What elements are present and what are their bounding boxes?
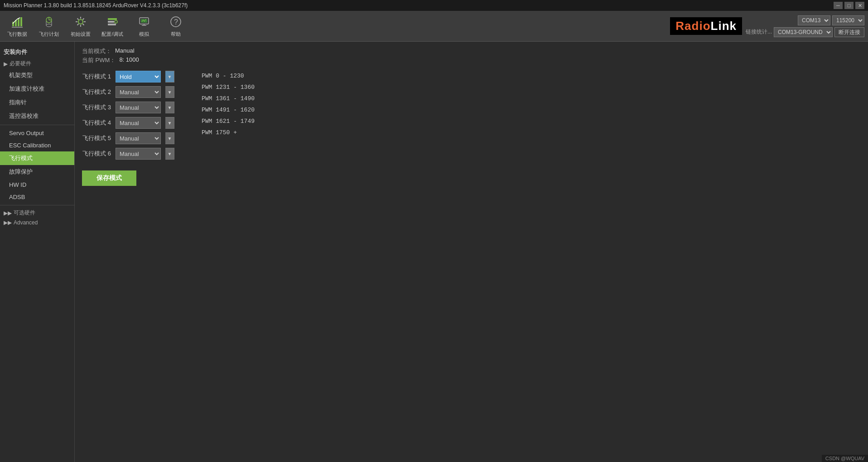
toolbar-btn-sim-label: 模拟 xyxy=(139,31,149,38)
svg-point-6 xyxy=(46,24,52,27)
flight-mode-arrow-3[interactable]: ▼ xyxy=(165,102,174,113)
toolbar-btn-sim[interactable]: 模拟 xyxy=(129,12,159,40)
title-bar: Mission Planner 1.3.80 build 1.3.8518.18… xyxy=(0,0,868,11)
toolbar-btn-flight-data[interactable]: 飞行数据 xyxy=(2,12,33,40)
sidebar-item-hw-id-label: HW ID xyxy=(9,181,26,188)
radiolink-logo-text: RadioLink xyxy=(675,19,737,33)
flight-modes-container: 飞行模式 1 Hold Manual ▼ 飞行模式 2 Manual Hold … xyxy=(82,71,861,186)
sidebar-item-frame-type-label: 机架类型 xyxy=(9,72,33,78)
svg-text:?: ? xyxy=(174,18,178,26)
com-row-top: COM13 115200 xyxy=(798,15,864,25)
flight-mode-select-4[interactable]: Manual Hold xyxy=(116,117,161,129)
sidebar-item-servo-output[interactable]: Servo Output xyxy=(0,127,74,139)
status-bar-text: CSDN @WQUAV xyxy=(825,456,864,461)
map-icon xyxy=(42,15,56,29)
toolbar-btn-initial-setup-label: 初始设置 xyxy=(71,31,91,38)
link-stats: 链接统计... xyxy=(746,28,772,36)
sidebar-group-advanced[interactable]: ▶▶ Advanced xyxy=(0,218,74,227)
close-button[interactable]: ✕ xyxy=(855,2,864,9)
flight-mode-select-2[interactable]: Manual Hold xyxy=(116,86,161,98)
svg-point-13 xyxy=(115,20,117,23)
svg-rect-3 xyxy=(20,17,22,26)
pwm-range-2: PWM 1231 - 1360 xyxy=(202,84,255,91)
radiolink-logo: RadioLink xyxy=(670,17,742,35)
status-bar: CSDN @WQUAV xyxy=(822,455,868,462)
com-port-select[interactable]: COM13 xyxy=(798,15,830,25)
flight-mode-select-3[interactable]: Manual Hold xyxy=(116,102,161,113)
com-port-ground-select[interactable]: COM13-GROUND RC xyxy=(774,27,833,37)
flight-mode-arrow-4[interactable]: ▼ xyxy=(165,117,174,129)
gear-icon xyxy=(73,15,88,29)
baud-rate-select[interactable]: 115200 xyxy=(832,15,864,25)
current-mode-label: 当前模式： xyxy=(82,47,111,55)
flight-mode-row-3: 飞行模式 3 Manual Hold ▼ xyxy=(82,102,174,113)
mode-info-row-1: 当前模式： Manual xyxy=(82,47,861,55)
chevron-right-icon-3: ▶▶ xyxy=(4,219,12,226)
flight-mode-select-6[interactable]: Manual Hold xyxy=(116,148,161,160)
title-text: Mission Planner 1.3.80 build 1.3.8518.18… xyxy=(4,2,864,9)
mode-info: 当前模式： Manual 当前 PWM： 8: 1000 xyxy=(82,47,861,64)
sidebar-item-accel-cal-label: 加速度计校准 xyxy=(9,85,44,92)
sidebar-group-advanced-label: Advanced xyxy=(14,219,38,226)
flight-mode-label-2: 飞行模式 2 xyxy=(82,88,111,96)
link-stats-text: 链接统计... xyxy=(746,28,772,36)
flight-mode-row-2: 飞行模式 2 Manual Hold ▼ xyxy=(82,86,174,98)
svg-point-9 xyxy=(78,19,83,24)
sidebar-item-adsb[interactable]: ADSB xyxy=(0,191,74,203)
sidebar-group-required-hardware[interactable]: ▶ 必要硬件 xyxy=(0,58,74,68)
flight-mode-row-6: 飞行模式 6 Manual Hold ▼ xyxy=(82,148,174,160)
flight-mode-label-6: 飞行模式 6 xyxy=(82,150,111,158)
sidebar-group-optional-hardware[interactable]: ▶▶ 可选硬件 xyxy=(0,207,74,218)
sidebar-item-flight-modes[interactable]: 飞行模式 xyxy=(0,151,74,165)
sidebar-item-failsafe[interactable]: 故障保护 xyxy=(0,165,74,179)
com-controls: COM13 115200 链接统计... COM13-GROUND RC 断开连… xyxy=(746,15,864,37)
sidebar-item-rc-cal[interactable]: 遥控器校准 xyxy=(0,109,74,123)
sidebar-section-install: 安装向件 xyxy=(0,45,74,58)
sidebar-item-frame-type[interactable]: 机架类型 xyxy=(0,68,74,82)
flight-mode-select-1[interactable]: Hold Manual xyxy=(116,71,161,83)
toolbar-btn-flight-plan-label: 飞行计划 xyxy=(39,31,59,38)
chart-icon xyxy=(10,15,24,29)
sidebar-item-servo-output-label: Servo Output xyxy=(9,130,44,136)
flight-mode-arrow-2[interactable]: ▼ xyxy=(165,86,174,98)
sidebar: 安装向件 ▶ 必要硬件 机架类型 加速度计校准 指南针 遥控器校准 Servo … xyxy=(0,42,75,462)
pwm-range-4: PWM 1491 - 1620 xyxy=(202,107,255,113)
toolbar-btn-flight-data-label: 飞行数据 xyxy=(7,31,27,38)
toolbar-btn-initial-setup[interactable]: 初始设置 xyxy=(65,12,96,40)
toolbar-btn-help-label: 帮助 xyxy=(171,31,181,38)
sidebar-item-esc-cal[interactable]: ESC Calibration xyxy=(0,139,74,151)
maximize-button[interactable]: □ xyxy=(844,2,854,9)
flight-mode-arrow-6[interactable]: ▼ xyxy=(165,148,174,160)
sidebar-item-hw-id[interactable]: HW ID xyxy=(0,179,74,191)
sidebar-item-adsb-label: ADSB xyxy=(9,194,25,200)
sidebar-item-compass[interactable]: 指南针 xyxy=(0,96,74,109)
flight-mode-arrow-1[interactable]: ▼ xyxy=(165,71,174,83)
connect-button[interactable]: 断开连接 xyxy=(834,27,864,37)
toolbar-btn-config[interactable]: 配置/调试 xyxy=(97,12,128,40)
sim-icon xyxy=(137,15,151,29)
svg-rect-12 xyxy=(108,24,116,25)
sidebar-item-flight-modes-label: 飞行模式 xyxy=(9,155,33,161)
flight-mode-label-4: 飞行模式 4 xyxy=(82,119,111,127)
save-modes-button[interactable]: 保存模式 xyxy=(82,170,136,186)
config-icon xyxy=(105,15,120,29)
flight-mode-select-5[interactable]: Manual Hold xyxy=(116,132,161,144)
current-pwm-value: 8: 1000 xyxy=(119,56,139,64)
toolbar-btn-help[interactable]: ? 帮助 xyxy=(160,12,191,40)
sidebar-item-esc-cal-label: ESC Calibration xyxy=(9,142,51,149)
pwm-range-5: PWM 1621 - 1749 xyxy=(202,118,255,125)
sidebar-item-accel-cal[interactable]: 加速度计校准 xyxy=(0,82,74,96)
svg-rect-2 xyxy=(18,18,19,26)
chevron-right-icon: ▶ xyxy=(4,61,8,67)
sidebar-group-required-hardware-label: 必要硬件 xyxy=(10,60,31,68)
sidebar-group-optional-hardware-label: 可选硬件 xyxy=(14,209,35,217)
flight-mode-label-1: 飞行模式 1 xyxy=(82,73,111,81)
flight-mode-arrow-5[interactable]: ▼ xyxy=(165,132,174,144)
toolbar-btn-config-label: 配置/调试 xyxy=(101,31,123,38)
com-row-bottom: 链接统计... COM13-GROUND RC 断开连接 xyxy=(746,27,864,37)
pwm-range-3: PWM 1361 - 1490 xyxy=(202,95,255,102)
toolbar-btn-flight-plan[interactable]: 飞行计划 xyxy=(34,12,64,40)
window-controls: ─ □ ✕ xyxy=(834,2,864,9)
flight-mode-label-5: 飞行模式 5 xyxy=(82,134,111,142)
minimize-button[interactable]: ─ xyxy=(834,2,843,9)
